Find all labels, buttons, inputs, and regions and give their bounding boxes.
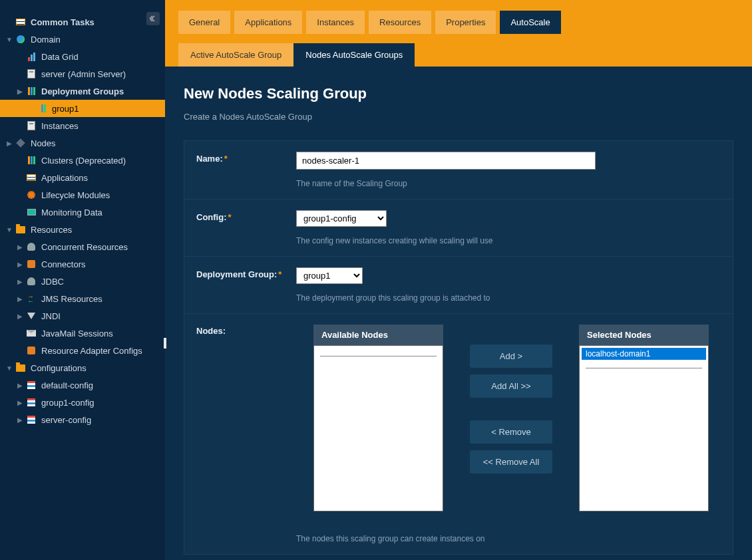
nav-item-jndi[interactable]: ▶JNDI (0, 307, 165, 325)
nav-item-group1[interactable]: ▶group1 (0, 100, 165, 117)
name-input[interactable] (296, 152, 596, 170)
selected-nodes-body[interactable]: localhost-domain1 (579, 345, 709, 511)
list-icon (15, 17, 27, 27)
tab-resources[interactable]: Resources (369, 11, 431, 34)
nav-item-label: server (Admin Server) (41, 69, 126, 79)
nav-item-monitoring-data[interactable]: ▶Monitoring Data (0, 204, 165, 221)
nav-item-label: JNDI (41, 311, 61, 321)
selected-node-item[interactable]: localhost-domain1 (582, 348, 706, 360)
tree-toggle[interactable]: ▶ (16, 313, 24, 320)
selected-nodes-header: Selected Nodes (579, 325, 709, 345)
tree-toggle[interactable]: ▶ (16, 88, 24, 95)
nav-item-lifecycle-modules[interactable]: ▶Lifecycle Modules (0, 186, 165, 204)
nav-item-resources[interactable]: ▼Resources (0, 221, 165, 238)
dg-hint: The deployment group this scaling group … (296, 293, 721, 303)
tree-toggle: ▶ (16, 347, 24, 354)
nav-item-resource-adapter-configs[interactable]: ▶Resource Adapter Configs (0, 342, 165, 359)
nav-item-label: Data Grid (41, 52, 79, 62)
dg-select[interactable]: group1 (296, 267, 363, 284)
nav-item-server-config[interactable]: ▶server-config (0, 411, 165, 428)
nav-item-label: JDBC (41, 277, 64, 287)
listbox-divider (320, 356, 437, 356)
nav-item-nodes[interactable]: ▶Nodes (0, 134, 165, 152)
plug-icon (25, 345, 37, 356)
tree-toggle[interactable]: ▼ (5, 36, 13, 43)
nav-item-clusters-deprecated-[interactable]: ▶Clusters (Deprecated) (0, 152, 165, 169)
tab-general[interactable]: General (178, 11, 230, 34)
nav-item-label: group1-config (41, 398, 94, 408)
tree-toggle: ▶ (16, 209, 24, 216)
nav-item-default-config[interactable]: ▶default-config (0, 376, 165, 394)
tree-toggle[interactable]: ▶ (5, 140, 13, 147)
subtab-nodes-autoscale-groups[interactable]: Nodes AutoScale Groups (293, 43, 415, 67)
nav-item-common-tasks[interactable]: ▶Common Tasks (0, 13, 165, 31)
cfg-icon (25, 380, 37, 390)
move-buttons: Add > Add All >> < Remove << Remove All (470, 345, 552, 474)
dg-icon (25, 86, 37, 96)
available-nodes-body[interactable] (313, 345, 443, 511)
funnel-icon (25, 311, 37, 321)
secondary-tabs: Active AutoScale GroupNodes AutoScale Gr… (178, 43, 739, 67)
dg-icon (25, 155, 37, 166)
config-select[interactable]: group1-config (296, 210, 387, 227)
content: New Nodes Scaling Group Create a Nodes A… (165, 67, 752, 560)
tree-toggle[interactable]: ▶ (16, 382, 24, 389)
nav-item-jdbc[interactable]: ▶JDBC (0, 273, 165, 290)
nav-item-data-grid[interactable]: ▶Data Grid (0, 48, 165, 65)
nav-item-label: Applications (41, 173, 88, 183)
subtab-active-autoscale-group[interactable]: Active AutoScale Group (178, 43, 293, 67)
remove-button[interactable]: < Remove (470, 420, 552, 444)
nav-item-instances[interactable]: ▶Instances (0, 117, 165, 134)
nav-item-configurations[interactable]: ▼Configurations (0, 359, 165, 376)
tree-toggle[interactable]: ▶ (16, 295, 24, 303)
sidebar-resize-handle[interactable] (164, 338, 166, 349)
nodes-label: Nodes: (196, 325, 296, 543)
monitor-icon (25, 207, 37, 217)
tree-toggle[interactable]: ▶ (16, 416, 24, 424)
add-button[interactable]: Add > (470, 345, 552, 368)
bars-icon (25, 51, 37, 62)
tab-autoscale[interactable]: AutoScale (500, 11, 560, 34)
tab-instances[interactable]: Instances (306, 11, 365, 34)
nav-item-deployment-groups[interactable]: ▶Deployment Groups (0, 82, 165, 100)
nav-item-group1-config[interactable]: ▶group1-config (0, 394, 165, 411)
add-all-button[interactable]: Add All >> (470, 374, 552, 398)
main-panel: GeneralApplicationsInstancesResourcesPro… (165, 0, 752, 560)
tree-toggle[interactable]: ▶ (16, 399, 24, 406)
cube-icon (15, 138, 27, 148)
name-label: Name:* (196, 152, 296, 192)
nav-item-label: Nodes (31, 138, 56, 148)
sidebar: ▶Common Tasks▼Domain▶Data Grid▶server (A… (0, 0, 165, 560)
tree-toggle[interactable]: ▶ (16, 261, 24, 268)
form-row-nodes: Nodes: Available Nodes Add > Add All >> (184, 314, 733, 554)
nav-item-label: Deployment Groups (41, 86, 124, 96)
nav-item-label: JavaMail Sessions (41, 329, 113, 339)
nav-item-label: group1 (52, 104, 79, 114)
nav-item-label: Resource Adapter Configs (41, 346, 142, 356)
nav-item-label: Connectors (41, 259, 85, 269)
nav-item-label: Monitoring Data (41, 208, 102, 217)
nav-item-javamail-sessions[interactable]: ▶JavaMail Sessions (0, 325, 165, 342)
tree-toggle[interactable]: ▶ (16, 278, 24, 285)
nav-item-applications[interactable]: ▶Applications (0, 169, 165, 186)
plug-icon (25, 259, 37, 269)
tree-toggle: ▶ (16, 53, 24, 61)
remove-all-button[interactable]: << Remove All (470, 450, 552, 474)
nav-item-concurrent-resources[interactable]: ▶Concurrent Resources (0, 238, 165, 255)
folder-icon (15, 224, 27, 235)
tabbar: GeneralApplicationsInstancesResourcesPro… (165, 0, 752, 67)
gear-icon (25, 190, 37, 200)
tree-toggle: ▶ (16, 330, 24, 337)
sidebar-collapse-button[interactable] (146, 12, 160, 25)
tree-toggle[interactable]: ▶ (16, 243, 24, 251)
tree-toggle[interactable]: ▼ (5, 226, 13, 233)
tab-properties[interactable]: Properties (435, 11, 496, 34)
tree-toggle[interactable]: ▼ (5, 364, 13, 372)
tab-applications[interactable]: Applications (234, 11, 302, 34)
nav-item-server-admin-server-[interactable]: ▶server (Admin Server) (0, 65, 165, 82)
nav-item-connectors[interactable]: ▶Connectors (0, 255, 165, 273)
tree-toggle: ▶ (16, 174, 24, 182)
nav-item-jms-resources[interactable]: ▶JMS Resources (0, 290, 165, 307)
name-hint: The name of the Scaling Group (296, 179, 721, 188)
nav-item-domain[interactable]: ▼Domain (0, 31, 165, 48)
